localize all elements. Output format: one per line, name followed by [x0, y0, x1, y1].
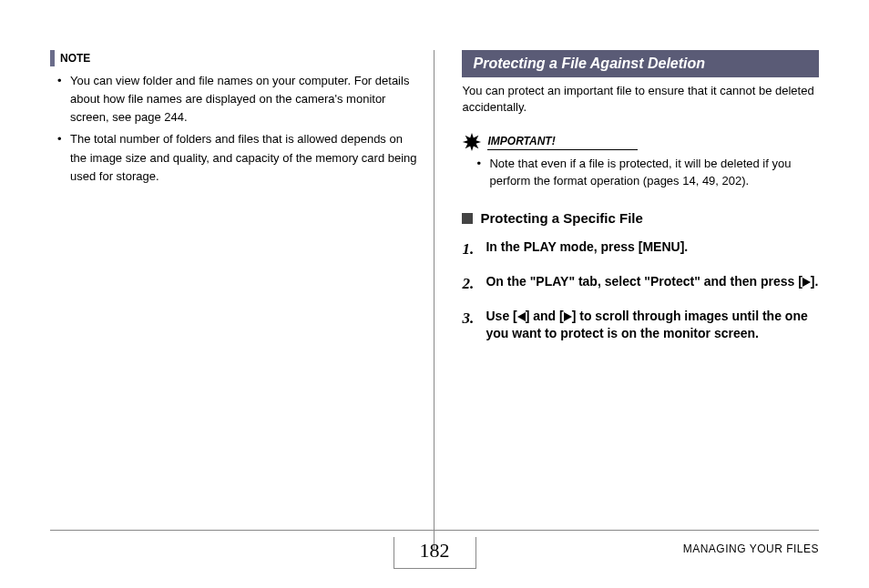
svg-marker-0 [463, 133, 481, 151]
step-item: 3. Use [] and [] to scroll through image… [462, 308, 819, 343]
note-bullets: You can view folder and file names on yo… [50, 72, 420, 186]
note-accent-bar [50, 50, 55, 66]
step-number: 1. [462, 238, 478, 260]
section-intro: You can protect an important file to ens… [462, 83, 819, 116]
triangle-left-icon [517, 312, 526, 321]
triangle-right-icon [564, 312, 572, 321]
step-text: On the "PLAY" tab, select "Protect" and … [486, 273, 818, 295]
important-bullet: Note that even if a file is protected, i… [489, 156, 819, 190]
right-column: Protecting a File Against Deletion You c… [434, 50, 819, 528]
note-bullet: You can view folder and file names on yo… [70, 72, 420, 127]
step-text: Use [] and [] to scroll through images u… [486, 308, 819, 343]
square-bullet-icon [462, 213, 473, 224]
page-content: NOTE You can view folder and file names … [50, 50, 819, 528]
step-text: In the PLAY mode, press [MENU]. [486, 238, 688, 260]
steps-list: 1. In the PLAY mode, press [MENU]. 2. On… [462, 238, 819, 343]
important-bullets: Note that even if a file is protected, i… [462, 156, 819, 190]
page-number: 182 [394, 537, 476, 569]
important-header: IMPORTANT! [462, 132, 819, 152]
note-bullet: The total number of folders and files th… [70, 130, 420, 185]
section-title: Protecting a File Against Deletion [462, 50, 819, 77]
subsection-heading: Protecting a Specific File [462, 210, 819, 226]
footer-rule [50, 530, 819, 531]
step-item: 1. In the PLAY mode, press [MENU]. [462, 238, 819, 260]
starburst-icon [462, 132, 482, 152]
left-column: NOTE You can view folder and file names … [50, 50, 434, 528]
note-header: NOTE [50, 50, 420, 66]
step-number: 2. [462, 273, 478, 295]
footer-section-label: MANAGING YOUR FILES [683, 542, 819, 555]
subsection-title: Protecting a Specific File [480, 210, 642, 226]
triangle-right-icon [803, 278, 811, 287]
step-item: 2. On the "PLAY" tab, select "Protect" a… [462, 273, 819, 295]
note-label: NOTE [60, 52, 90, 65]
step-number: 3. [462, 308, 478, 343]
important-label: IMPORTANT! [487, 135, 637, 150]
